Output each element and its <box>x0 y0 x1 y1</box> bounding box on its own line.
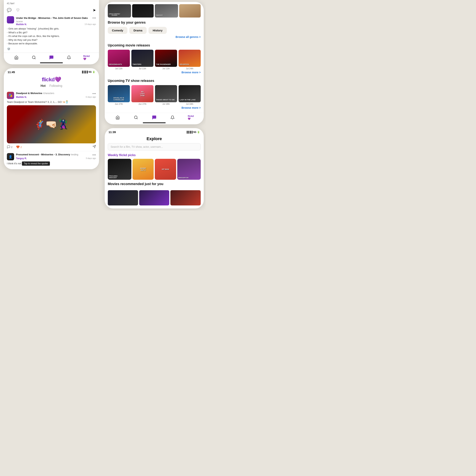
movie-twisters-date: Jul 11th <box>131 68 153 70</box>
upcoming-tv-section: Upcoming TV show releases DOUGLAS IS CAN… <box>105 77 204 113</box>
tv-douglas-label: DOUGLAS IS CANCELLED <box>108 96 129 102</box>
upper-partial-phone: #1 fan! 💬 ♡ ➤ Under the Bridge - Miniser… <box>4 0 99 64</box>
post-title-presumed: Presumed Innocent - Miniseries - 3. Disc… <box>16 153 78 157</box>
post-author[interactable]: Matilde N. <box>16 23 27 26</box>
svg-line-1 <box>35 58 35 59</box>
browse-nav-search-icon[interactable] <box>133 115 139 120</box>
post-author-presumed[interactable]: Tanguy R. <box>16 157 27 160</box>
genre-history[interactable]: History <box>149 27 167 34</box>
top-movies-row: OPRAH WINFREYECHOES exposure <box>105 2 204 19</box>
post-tag-presumed: /ending <box>71 153 78 156</box>
tv-those-date: Jul 18th <box>155 103 177 105</box>
weekly-presumed[interactable]: PRESUMEDINNOCENT <box>108 159 131 180</box>
top-movie-oprah-label: OPRAH WINFREYECHOES <box>108 13 121 17</box>
nav-search-icon[interactable] <box>31 55 36 60</box>
movie-deadpool-label: DEADPOOL <box>179 63 190 66</box>
nav-bell-icon[interactable] <box>66 55 72 60</box>
browse-phone-bottom-nav: flickd💜 <box>105 113 204 121</box>
feed-tabs: Hot Following <box>4 83 99 90</box>
share-icon[interactable]: ➤ <box>93 8 96 12</box>
svg-line-5 <box>137 118 137 119</box>
tv-myjane-date: Jun 27th <box>131 103 153 105</box>
weekly-bridgerton[interactable]: BRIDGERTON <box>177 159 201 180</box>
svg-point-0 <box>32 56 35 59</box>
rec-movie-3[interactable] <box>170 190 201 205</box>
tv-lady-date: Jul 18th <box>179 103 201 105</box>
rec-movie-2[interactable] <box>139 190 170 205</box>
browse-nav-chat-icon[interactable] <box>152 115 157 120</box>
nav-home-icon[interactable] <box>14 55 19 60</box>
nav-profile-icon[interactable]: flickd💜 <box>84 55 89 60</box>
genre-drama[interactable]: Drama <box>129 27 147 34</box>
movie-descendants[interactable]: DESCENDANTS Jul 11th <box>108 50 130 70</box>
explore-status-bar: 11:39 ▐▐▐▐ 5G 🔋 <box>105 128 204 135</box>
movie-twisters-label: TWISTERS <box>132 63 142 66</box>
comment-action[interactable]: 2 <box>7 145 12 149</box>
top-movie-dark[interactable] <box>132 4 154 17</box>
post-card-presumed: 👤 Presumed Innocent - Miniseries - 3. Di… <box>4 151 99 169</box>
time-display: 11:45 <box>8 70 15 74</box>
skull-emoji: 💀 <box>7 47 96 51</box>
tab-hot[interactable]: Hot <box>41 84 46 88</box>
like-count: 2 <box>20 146 22 149</box>
avatar-deadpool: 🎭 <box>7 92 14 99</box>
tv-those[interactable]: THOSE ABOUT TO DIE Jul 18th <box>155 85 177 105</box>
explore-title: Explore <box>105 135 204 143</box>
post-body-deadpool: Team Deadpool or Team Wolverine? 3, 2, 1… <box>7 100 96 104</box>
tv-those-label: THOSE ABOUT TO DIE <box>156 98 175 102</box>
top-movie-face[interactable] <box>179 4 201 17</box>
bottom-nav: flickd💜 <box>4 53 99 61</box>
battery-icon: 🔋 <box>92 71 95 73</box>
heart-icon[interactable]: ♡ <box>16 8 20 12</box>
tv-douglas-date: Jun 27th <box>108 103 130 105</box>
search-bar[interactable]: Search for a film, TV show, actor, usern… <box>108 143 201 151</box>
top-movie-exposure[interactable]: exposure <box>155 4 178 17</box>
browse-nav-home-icon[interactable] <box>115 115 120 120</box>
post-author-deadpool[interactable]: Matilde N. <box>16 96 27 99</box>
explore-network: 5G <box>193 131 196 134</box>
tab-following[interactable]: Following <box>50 84 62 88</box>
browse-all-genres-link[interactable]: Browse all genres > <box>108 35 201 38</box>
status-bar: 11:45 ▐▐▐▐ 5G 🔋 <box>4 68 99 75</box>
browse-nav-profile-icon[interactable]: flickd💜 <box>188 115 193 120</box>
recommended-title: Movies recommended just for you <box>105 182 204 188</box>
genre-comedy[interactable]: Comedy <box>108 27 127 34</box>
share-action[interactable] <box>93 145 96 149</box>
top-movie-exposure-label: exposure <box>155 14 163 17</box>
explore-time: 11:39 <box>108 130 116 134</box>
weekly-grid: PRESUMEDINNOCENT INSIDEOUT 2 HIT MAN BRI… <box>105 159 204 180</box>
comment-icon[interactable]: 💬 <box>7 8 12 12</box>
like-action[interactable]: 2 <box>16 145 22 149</box>
explore-battery: 🔋 <box>197 131 200 134</box>
movie-passenger[interactable]: THE PASSENGER Jul 11th <box>155 50 177 70</box>
more-options-deadpool[interactable]: ••• <box>92 92 96 96</box>
rec-movie-1[interactable] <box>108 190 138 205</box>
movie-twisters[interactable]: TWISTERS Jul 11th <box>131 50 153 70</box>
post-title-deadpool: Deadpool & Wolverine /characters <box>16 92 54 96</box>
browse-more-tv-link[interactable]: Browse more > <box>108 106 201 109</box>
explore-phone: 11:39 ▐▐▐▐ 5G 🔋 Explore Search for a fil… <box>105 128 204 208</box>
browse-nav-bell-icon[interactable] <box>170 115 175 120</box>
spoiler-tag[interactable]: Tap to reveal the spoiler <box>22 161 50 166</box>
top-movie-oprah[interactable]: OPRAH WINFREYECHOES <box>108 4 131 17</box>
tv-douglas[interactable]: DOUGLAS IS CANCELLED Jun 27th <box>108 85 130 105</box>
post-body: - Girls are always "missing". [chuckles]… <box>7 27 96 46</box>
browse-more-movies-link[interactable]: Browse more > <box>108 71 201 74</box>
post-card-deadpool: 🎭 Deadpool & Wolverine /characters ••• M… <box>4 90 99 151</box>
post-tag: /scene <box>16 20 23 23</box>
tv-lady[interactable]: LADY IN THE LAKE Jul 18th <box>179 85 201 105</box>
post-time-deadpool: 6 days ago <box>86 96 96 99</box>
more-options-icon[interactable]: ••• <box>92 16 96 20</box>
movie-deadpool2[interactable]: DEADPOOL Jul 24th <box>179 50 201 70</box>
browse-home-indicator <box>143 122 166 123</box>
post-body-presumed: I think it's not Tap to reveal the spoil… <box>7 161 96 166</box>
more-options-presumed[interactable]: ••• <box>92 153 96 157</box>
nav-chat-icon[interactable] <box>49 55 54 60</box>
explore-signal: ▐▐▐▐ 5G 🔋 <box>186 131 200 134</box>
tv-myjane[interactable]: MYLADYJANE Jun 27th <box>131 85 153 105</box>
weekly-hitman[interactable]: HIT MAN <box>155 159 176 180</box>
signal-bars: ▐▐▐▐ <box>81 71 88 73</box>
post-time: 13 days ago <box>85 23 96 26</box>
browse-phone: OPRAH WINFREYECHOES exposure Browse by y… <box>105 2 204 124</box>
weekly-insideout[interactable]: INSIDEOUT 2 <box>133 159 154 180</box>
